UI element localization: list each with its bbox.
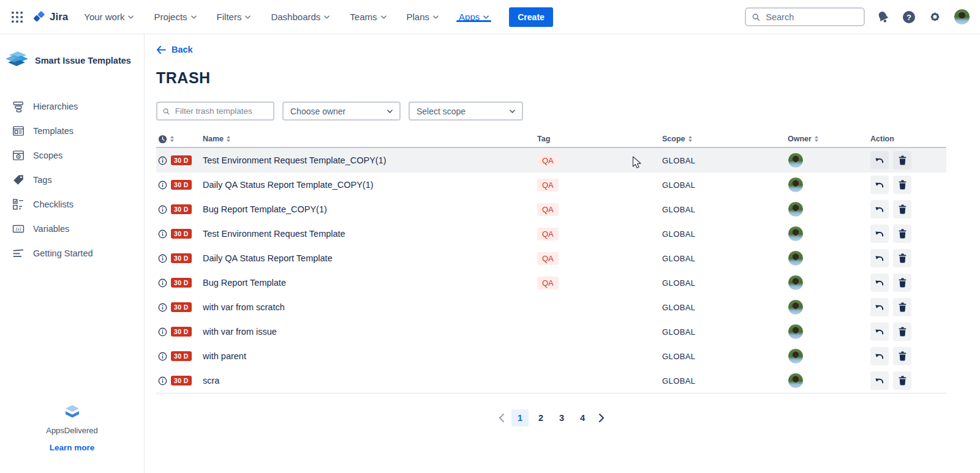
trash-icon xyxy=(898,302,907,312)
page-button-3[interactable]: 3 xyxy=(553,409,570,426)
app-title: Smart Issue Templates xyxy=(35,56,131,65)
delete-button[interactable] xyxy=(893,225,911,243)
next-page-icon[interactable] xyxy=(593,409,610,426)
restore-button[interactable] xyxy=(870,347,889,365)
table-row[interactable]: 30 D scra GLOBAL xyxy=(156,368,946,393)
jira-logo[interactable]: Jira xyxy=(33,11,68,23)
sidebar-item-templates[interactable]: Templates xyxy=(0,119,144,143)
table-row[interactable]: 30 D Bug Report Template QA GLOBAL xyxy=(156,270,946,295)
chevron-down-icon xyxy=(381,15,386,19)
delete-button[interactable] xyxy=(893,298,911,316)
row-owner-cell xyxy=(788,226,870,242)
nav-item-projects[interactable]: Projects xyxy=(154,12,196,22)
restore-button[interactable] xyxy=(870,200,889,218)
info-icon[interactable] xyxy=(158,327,167,337)
row-scope: GLOBAL xyxy=(662,327,788,337)
sidebar-item-checklists[interactable]: Checklists xyxy=(0,192,144,217)
row-scope: GLOBAL xyxy=(662,229,788,239)
column-expiry[interactable] xyxy=(156,135,203,144)
table-row[interactable]: 30 D with var from scratch GLOBAL xyxy=(156,295,946,319)
global-search[interactable] xyxy=(745,7,865,26)
sidebar-item-getting-started[interactable]: Getting Started xyxy=(0,241,144,266)
sidebar-item-hierarchies[interactable]: Hierarchies xyxy=(0,94,144,119)
nav-item-dashboards[interactable]: Dashboards xyxy=(271,12,330,22)
table-row[interactable]: 30 D Bug Report Template_COPY(1) QA GLOB… xyxy=(156,197,946,222)
select-scope-select[interactable]: Select scope xyxy=(409,102,523,121)
page-button-1[interactable]: 1 xyxy=(511,409,529,426)
row-expiry-cell: 30 D xyxy=(156,204,203,214)
restore-button[interactable] xyxy=(870,225,889,243)
table-row[interactable]: 30 D Test Environment Request Template Q… xyxy=(156,222,946,246)
delete-button[interactable] xyxy=(893,200,911,218)
restore-icon xyxy=(875,327,884,337)
settings-gear-icon[interactable] xyxy=(928,10,942,24)
delete-button[interactable] xyxy=(893,371,911,390)
expiry-badge: 30 D xyxy=(171,180,192,190)
info-icon[interactable] xyxy=(158,352,167,361)
restore-button[interactable] xyxy=(870,151,889,169)
nav-item-plans[interactable]: Plans xyxy=(407,12,439,22)
chevron-down-icon xyxy=(387,110,393,113)
delete-button[interactable] xyxy=(893,151,911,169)
choose-owner-select[interactable]: Choose owner xyxy=(282,102,401,121)
info-icon[interactable] xyxy=(158,205,167,214)
sidebar-item-variables[interactable]: (x) Variables xyxy=(0,217,144,241)
info-icon[interactable] xyxy=(158,254,167,263)
restore-button[interactable] xyxy=(870,371,889,390)
nav-item-your-work[interactable]: Your work xyxy=(84,12,134,22)
learn-more-link[interactable]: Learn more xyxy=(50,443,95,452)
user-avatar[interactable] xyxy=(954,9,970,25)
info-icon[interactable] xyxy=(158,181,167,190)
restore-button[interactable] xyxy=(870,249,889,267)
table-row[interactable]: 30 D Daily QA Status Report Template_COP… xyxy=(156,173,946,197)
app-switcher-icon[interactable] xyxy=(7,7,27,27)
table-row[interactable]: 30 D with parent GLOBAL xyxy=(156,344,946,368)
column-name[interactable]: Name xyxy=(203,135,537,143)
delete-button[interactable] xyxy=(893,274,911,292)
tag-chip: QA xyxy=(537,203,559,216)
restore-button[interactable] xyxy=(870,274,889,292)
row-actions xyxy=(870,298,946,316)
delete-button[interactable] xyxy=(893,249,911,267)
restore-button[interactable] xyxy=(870,176,889,194)
row-actions xyxy=(870,200,946,218)
sidebar-item-scopes[interactable]: Scopes xyxy=(0,143,144,168)
create-button[interactable]: Create xyxy=(509,7,553,27)
column-tag: Tag xyxy=(537,135,662,143)
back-button[interactable]: Back xyxy=(156,45,199,54)
table-row[interactable]: 30 D Test Environment Request Template_C… xyxy=(156,148,946,173)
table-row[interactable]: 30 D Daily QA Status Report Template QA … xyxy=(156,246,946,270)
owner-avatar xyxy=(788,177,804,193)
filter-trash-input[interactable] xyxy=(174,106,268,116)
restore-button[interactable] xyxy=(870,298,889,316)
nav-item-teams[interactable]: Teams xyxy=(350,12,386,22)
info-icon[interactable] xyxy=(158,376,167,385)
nav-item-filters[interactable]: Filters xyxy=(217,12,251,22)
delete-button[interactable] xyxy=(893,322,911,341)
nav-item-apps[interactable]: Apps xyxy=(459,12,489,22)
column-owner[interactable]: Owner xyxy=(788,135,870,143)
info-icon[interactable] xyxy=(158,156,167,165)
info-icon[interactable] xyxy=(158,303,167,312)
help-icon[interactable]: ? xyxy=(902,10,916,24)
search-input[interactable] xyxy=(764,12,858,23)
row-owner-cell xyxy=(788,275,870,291)
notifications-bell-icon[interactable] xyxy=(876,10,890,24)
row-tag-cell: QA xyxy=(537,154,662,167)
table-row[interactable]: 30 D with var from issue GLOBAL xyxy=(156,319,946,344)
column-scope[interactable]: Scope xyxy=(662,135,788,143)
page-button-2[interactable]: 2 xyxy=(532,409,549,426)
trash-icon xyxy=(898,229,907,239)
owner-avatar xyxy=(788,275,804,291)
filter-search-field[interactable] xyxy=(156,102,274,121)
previous-page-icon[interactable] xyxy=(492,409,510,426)
info-icon[interactable] xyxy=(158,229,167,239)
info-icon[interactable] xyxy=(158,278,167,288)
page-button-4[interactable]: 4 xyxy=(574,409,591,426)
restore-button[interactable] xyxy=(870,322,889,341)
delete-button[interactable] xyxy=(893,176,911,194)
delete-button[interactable] xyxy=(893,347,911,365)
scopes-icon xyxy=(12,149,24,162)
sidebar-item-tags[interactable]: Tags xyxy=(0,168,144,192)
owner-avatar xyxy=(788,250,804,266)
